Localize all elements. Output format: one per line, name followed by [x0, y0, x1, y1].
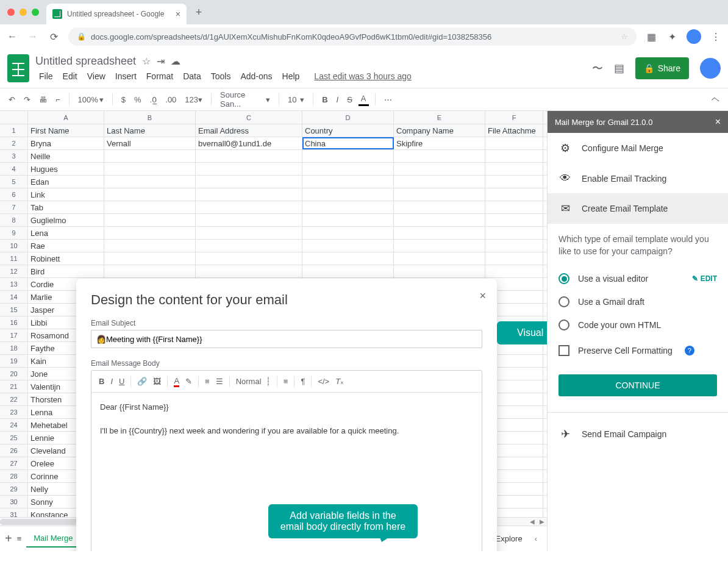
cell[interactable] — [302, 240, 394, 252]
star-icon[interactable]: ☆ — [621, 32, 628, 41]
ed-underline-icon[interactable]: U — [119, 377, 124, 386]
scroll-right-icon[interactable]: ▶ — [537, 518, 547, 526]
email-subject-input[interactable] — [91, 330, 482, 348]
row-number[interactable]: 12 — [0, 265, 28, 277]
ed-code-icon[interactable]: </> — [318, 377, 329, 386]
row-number[interactable]: 14 — [0, 291, 28, 303]
cell[interactable] — [394, 227, 485, 239]
cell[interactable] — [196, 240, 302, 252]
font-select[interactable]: Source San... ▾ — [218, 89, 273, 110]
radio-gmail-draft[interactable]: Use a Gmail draft — [548, 290, 728, 313]
cell[interactable]: Edan — [28, 176, 104, 188]
cell[interactable]: Skipfire — [394, 137, 485, 149]
cloud-status-icon[interactable]: ☁ — [171, 55, 180, 67]
print-icon[interactable]: 🖶 — [37, 94, 49, 105]
cell[interactable] — [485, 240, 543, 252]
cell[interactable] — [485, 188, 543, 201]
header-cell[interactable]: Company Name — [394, 124, 485, 137]
cell[interactable] — [485, 163, 543, 175]
cell[interactable]: China — [302, 137, 394, 149]
last-edit-link[interactable]: Last edit was 3 hours ago — [310, 70, 415, 82]
redo-icon[interactable]: ↷ — [21, 94, 33, 105]
zoom-select[interactable]: 100% ▾ — [76, 94, 106, 105]
select-all-cell[interactable] — [0, 111, 28, 124]
row-number[interactable]: 16 — [0, 316, 28, 329]
cell[interactable] — [104, 188, 196, 201]
row-number[interactable]: 23 — [0, 406, 28, 418]
cell[interactable] — [394, 150, 485, 162]
cell[interactable] — [196, 163, 302, 175]
cell[interactable] — [196, 252, 302, 265]
ed-clear-icon[interactable]: Tₓ — [335, 377, 344, 386]
row-number[interactable]: 8 — [0, 214, 28, 226]
cell[interactable] — [104, 176, 196, 188]
row-number[interactable]: 30 — [0, 496, 28, 508]
cell[interactable] — [302, 201, 394, 213]
row-number[interactable]: 2 — [0, 137, 28, 149]
cell[interactable] — [485, 137, 543, 149]
ed-format-select[interactable]: Normal ┆ — [236, 377, 271, 386]
radio-visual-editor[interactable]: Use a visual editor ✎EDIT — [548, 267, 728, 290]
cell[interactable] — [394, 265, 485, 277]
cell[interactable] — [485, 150, 543, 162]
grid-icon[interactable]: ▦ — [645, 31, 657, 43]
cell[interactable] — [302, 265, 394, 277]
col-head-b[interactable]: B — [104, 111, 196, 124]
cell[interactable]: Tab — [28, 201, 104, 213]
text-color-icon[interactable]: A — [359, 93, 369, 106]
reload-icon[interactable]: ⟳ — [48, 31, 60, 43]
col-head-f[interactable]: F — [485, 111, 543, 124]
sheets-logo-icon[interactable] — [7, 54, 29, 82]
cell[interactable] — [485, 227, 543, 239]
row-number[interactable]: 11 — [0, 252, 28, 265]
cell[interactable]: Neille — [28, 150, 104, 162]
cell[interactable] — [196, 150, 302, 162]
cell[interactable]: Guglielmo — [28, 214, 104, 226]
col-head-d[interactable]: D — [302, 111, 394, 124]
menu-view[interactable]: View — [84, 70, 109, 82]
paint-format-icon[interactable]: ⌐ — [53, 94, 63, 105]
row-number[interactable]: 6 — [0, 188, 28, 201]
cell[interactable] — [104, 227, 196, 239]
address-bar[interactable]: 🔒 docs.google.com/spreadsheets/d/1gAUlXe… — [68, 27, 637, 46]
cell[interactable] — [485, 201, 543, 213]
cell[interactable]: Link — [28, 188, 104, 201]
help-icon[interactable]: ? — [685, 346, 694, 355]
cell[interactable] — [394, 214, 485, 226]
row-number[interactable]: 9 — [0, 227, 28, 239]
cell[interactable] — [196, 265, 302, 277]
col-head-c[interactable]: C — [196, 111, 302, 124]
menu-file[interactable]: File — [35, 70, 57, 82]
percent-icon[interactable]: % — [132, 94, 144, 105]
row-number[interactable]: 26 — [0, 444, 28, 457]
row-number[interactable]: 5 — [0, 176, 28, 188]
row-number[interactable]: 3 — [0, 150, 28, 162]
cell[interactable]: Bird — [28, 265, 104, 277]
row-number[interactable]: 10 — [0, 240, 28, 252]
new-tab-button[interactable]: + — [190, 4, 207, 21]
ed-bold-icon[interactable]: B — [99, 377, 104, 386]
doc-title[interactable]: Untitled spreadsheet — [35, 55, 136, 68]
row-number[interactable]: 29 — [0, 483, 28, 495]
header-cell[interactable]: Last Name — [104, 124, 196, 137]
row-number[interactable]: 31 — [0, 508, 28, 517]
row-number[interactable]: 28 — [0, 470, 28, 482]
row-number[interactable]: 19 — [0, 355, 28, 367]
cell[interactable]: Robinett — [28, 252, 104, 265]
scroll-left-icon[interactable]: ◀ — [527, 518, 537, 526]
ed-ulist-icon[interactable]: ☰ — [216, 377, 223, 386]
currency-icon[interactable]: $ — [119, 94, 128, 105]
account-avatar[interactable] — [700, 58, 721, 79]
all-sheets-icon[interactable]: ≡ — [17, 534, 22, 543]
ed-highlight-icon[interactable]: ✎ — [185, 377, 192, 386]
profile-avatar[interactable] — [687, 29, 701, 44]
header-cell[interactable]: First Name — [28, 124, 104, 137]
menu-data[interactable]: Data — [179, 70, 205, 82]
cell[interactable] — [485, 252, 543, 265]
cell[interactable] — [196, 201, 302, 213]
cell[interactable] — [394, 252, 485, 265]
cell[interactable] — [394, 201, 485, 213]
row-number[interactable]: 13 — [0, 278, 28, 290]
cell[interactable] — [394, 163, 485, 175]
ed-link-icon[interactable]: 🔗 — [137, 377, 147, 386]
